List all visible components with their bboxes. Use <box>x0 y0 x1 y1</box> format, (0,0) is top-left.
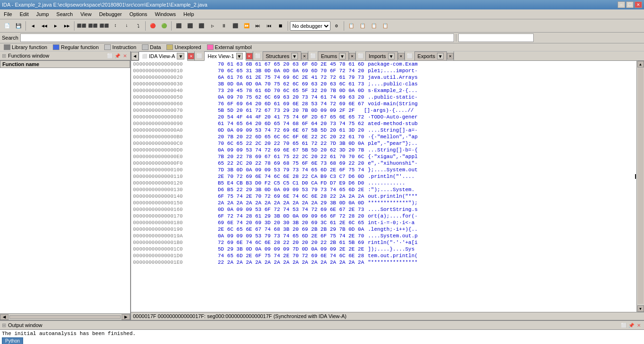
toolbar-btn8[interactable]: 🟢 <box>159 21 169 31</box>
hex-address: 0000000000000080 <box>131 114 216 120</box>
toolbar-dbg1[interactable]: 📋 <box>346 21 356 31</box>
hex-address: 0000000000000160 <box>131 206 216 213</box>
menu-help[interactable]: Help <box>180 10 198 18</box>
enums-tab[interactable]: Enums ▼ <box>318 51 349 60</box>
output-close[interactable]: ✕ <box>636 322 642 328</box>
toolbar-btn5[interactable]: ↓ <box>122 21 132 31</box>
toolbar-back2[interactable]: ◀◀ <box>39 21 50 31</box>
vscroll-down[interactable]: ▼ <box>637 305 644 312</box>
toolbar-btn16[interactable]: ⏭ <box>253 21 263 31</box>
menu-debugger[interactable]: Debugger <box>95 10 125 18</box>
toolbar-btn17[interactable]: ⏮ <box>264 21 274 31</box>
hex-text-col: ....String[]·a=· <box>366 127 420 134</box>
hex-text-col: ated·method·stub <box>366 120 420 127</box>
functions-scroll-track[interactable] <box>9 315 121 319</box>
hex-row: 000000000000006076 6F 69 64 20 6D 61 69 … <box>131 101 636 107</box>
output-content: The initial autoanalysis has been finish… <box>0 330 644 344</box>
toolbar-dbg-settings[interactable]: ⚙ <box>331 21 342 31</box>
vscroll-track[interactable] <box>638 68 644 304</box>
hex-row: 00000000000001007D 3B 0D 0A 09 09 53 79 … <box>131 167 636 173</box>
menu-view[interactable]: View <box>76 10 95 18</box>
functions-panel-title-area: ⊞ Functions window <box>2 53 49 59</box>
imports-nav[interactable]: ▼ <box>388 53 395 59</box>
functions-hscrollbar[interactable]: ◀ ▶ <box>0 313 130 320</box>
hex-text-col: ple1;....import· <box>366 67 420 74</box>
structures-tab[interactable]: Structures ▼ <box>263 51 301 60</box>
toolbar-btn13[interactable]: ⏸ <box>219 21 229 31</box>
toolbar-dbg4[interactable]: 📋 <box>380 21 390 31</box>
toolbar-btn1[interactable]: ⬛⬛ <box>76 21 87 31</box>
exports-nav[interactable]: ▼ <box>437 53 444 59</box>
exports-tab-label: Exports <box>418 53 435 59</box>
hex-bytes: B5 E4 CB B3 D0 F2 C5 C5 C1 D0 CA FD D7 E… <box>216 180 366 186</box>
menu-windows[interactable]: Windows <box>151 10 180 18</box>
toolbar-btn3[interactable]: ⬛⬛ <box>99 21 109 31</box>
search-input2[interactable] <box>458 34 534 42</box>
toolbar-btn11[interactable]: ⬛ <box>196 21 206 31</box>
exports-tab[interactable]: Exports ▼ <box>414 51 447 60</box>
hex-text-col: rintln("·'·'+a[i <box>366 239 420 246</box>
menu-file[interactable]: File <box>0 10 16 18</box>
minimize-button[interactable]: – <box>618 1 625 8</box>
functions-panel-lock[interactable]: 📌 <box>114 52 121 59</box>
search-input[interactable] <box>20 34 454 42</box>
functions-panel-float[interactable]: ⬜ <box>107 52 113 59</box>
ida-view-prev[interactable]: ◀ <box>131 52 139 60</box>
vscroll-up[interactable]: ▲ <box>637 61 644 67</box>
hex-view-tab[interactable]: Hex View-1 ▼ <box>204 51 246 61</box>
toolbar-btn14[interactable]: ⬛ <box>230 21 240 31</box>
python-button[interactable]: Python <box>2 337 23 344</box>
enums-close[interactable]: ✕ <box>349 53 355 59</box>
maximize-button[interactable]: ☐ <box>626 1 634 8</box>
menu-options[interactable]: Options <box>125 10 151 18</box>
toolbar-btn9[interactable]: ⬛ <box>173 21 184 31</box>
output-lock[interactable]: 📌 <box>628 322 635 328</box>
structures-nav[interactable]: ▼ <box>291 53 298 59</box>
toolbar-btn10[interactable]: ⬛ <box>185 21 195 31</box>
functions-panel-close[interactable]: ✕ <box>122 52 128 59</box>
output-title: Output window <box>8 322 42 328</box>
functions-scroll-left[interactable]: ◀ <box>0 314 8 320</box>
functions-panel: ⊞ Functions window ⬜ 📌 ✕ Function name <box>0 51 131 320</box>
toolbar-btn12[interactable]: ▷ <box>207 21 218 31</box>
ida-view-close[interactable]: ✕ <box>188 53 194 59</box>
toolbar-btn4[interactable]: ↕ <box>110 21 121 31</box>
functions-scroll-right[interactable]: ▶ <box>122 314 130 320</box>
toolbar-dbg3[interactable]: 📋 <box>369 21 379 31</box>
hex-text-col: ort(a);....for(· <box>366 213 420 219</box>
toolbar-back[interactable]: ◀ <box>28 21 38 31</box>
close-button[interactable]: ✕ <box>635 1 642 8</box>
menu-search[interactable]: Search <box>53 10 77 18</box>
exports-close[interactable]: ✕ <box>447 53 454 59</box>
toolbar-dbg2[interactable]: 📋 <box>357 21 368 31</box>
toolbar-stop[interactable]: ⏹ <box>275 21 286 31</box>
toolbar-btn7[interactable]: 🔴 <box>148 21 158 31</box>
hex-address: 0000000000000070 <box>131 107 216 114</box>
hex-bytes: 76 6F 69 64 20 6D 61 69 6E 28 53 74 72 6… <box>216 101 366 107</box>
hex-row: 00000000000001902E 6C 65 6E 67 74 68 3B … <box>131 226 636 233</box>
hex-text-col: ....System.out.p <box>366 233 420 239</box>
ida-view-tab[interactable]: ⬜ IDA View-A ▼ <box>139 51 188 61</box>
toolbar-btn15[interactable]: ⏩ <box>241 21 252 31</box>
toolbar-btn6[interactable]: ⤵ <box>133 21 143 31</box>
enums-nav[interactable]: ▼ <box>339 53 346 59</box>
toolbar-new[interactable]: 📄 <box>2 21 12 31</box>
debugger-select[interactable]: No debugger <box>290 21 330 31</box>
menu-jump[interactable]: Jump <box>33 10 53 18</box>
hex-vscrollbar[interactable]: ▲ ▼ <box>636 61 644 312</box>
imports-close[interactable]: ✕ <box>398 53 405 59</box>
structures-close[interactable]: ✕ <box>301 53 308 59</box>
hex-view-tab-nav[interactable]: ▼ <box>236 53 243 59</box>
hex-content[interactable]: 000000000000000070 61 63 6B 61 67 65 20 … <box>131 61 636 312</box>
hex-view-close[interactable]: ✕ <box>246 53 253 59</box>
ida-view-tab-nav[interactable]: ▼ <box>177 53 184 59</box>
toolbar-fwd2[interactable]: ▶▶ <box>62 21 72 31</box>
imports-tab[interactable]: Imports ▼ <box>365 51 398 60</box>
hex-row: 00000000000000C070 6C 65 22 2C 20 22 70 … <box>131 140 636 147</box>
hex-row: 00000000000001D074 65 6D 2E 6F 75 74 2E … <box>131 252 636 259</box>
toolbar-fwd[interactable]: ▶ <box>50 21 61 31</box>
toolbar-save[interactable]: 💾 <box>13 21 24 31</box>
menu-edit[interactable]: Edit <box>16 10 33 18</box>
toolbar-btn2[interactable]: ⬛⬛ <box>88 21 98 31</box>
output-float[interactable]: ⬜ <box>620 322 627 328</box>
